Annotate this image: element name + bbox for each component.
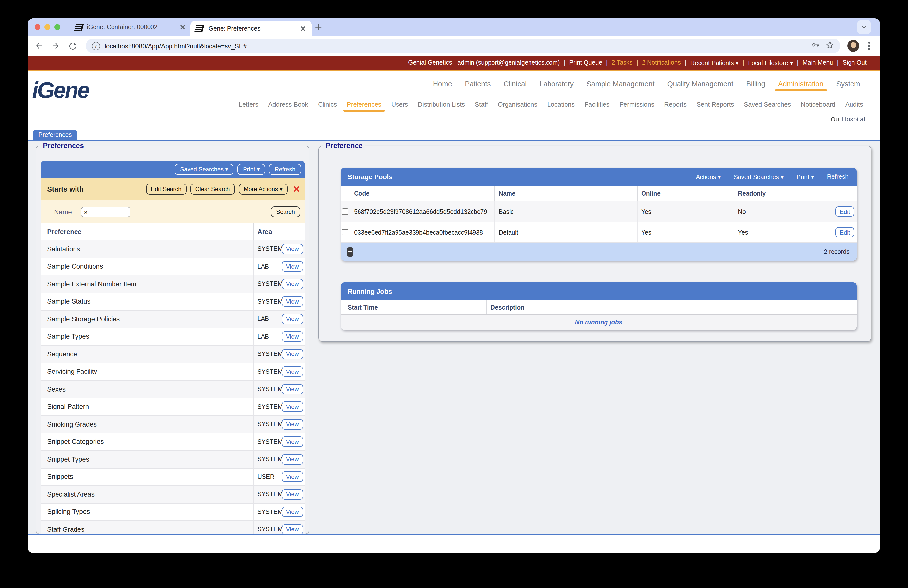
edit-search-button[interactable]: Edit Search — [146, 184, 186, 195]
reload-button[interactable] — [66, 40, 79, 52]
site-info-icon[interactable]: i — [92, 42, 100, 50]
tab-search-chevron-button[interactable] — [857, 20, 871, 34]
content-tab-preferences[interactable]: Preferences — [32, 130, 78, 140]
view-button[interactable]: View — [282, 349, 303, 359]
header-link-main-menu[interactable]: Main Menu — [803, 59, 833, 66]
nav-quality-management[interactable]: Quality Management — [667, 80, 734, 88]
view-button[interactable]: View — [282, 489, 303, 499]
nav-locations[interactable]: Locations — [547, 101, 575, 108]
close-tab-icon[interactable] — [179, 23, 187, 31]
profile-avatar[interactable] — [847, 40, 859, 52]
preference-name: Snippet Types — [41, 456, 253, 463]
nav-audits[interactable]: Audits — [845, 101, 863, 108]
nav-noticeboard[interactable]: Noticeboard — [801, 101, 836, 108]
refresh-button[interactable]: Refresh — [269, 164, 301, 175]
edit-button[interactable]: Edit — [835, 227, 854, 237]
header-link-2-tasks[interactable]: 2 Tasks — [612, 59, 633, 66]
nav-system[interactable]: System — [836, 80, 860, 88]
print-menu[interactable]: Print ▾ — [797, 173, 814, 180]
view-button[interactable]: View — [282, 419, 303, 430]
view-button[interactable]: View — [282, 507, 303, 517]
view-button[interactable]: View — [282, 437, 303, 447]
view-button[interactable]: View — [282, 261, 303, 272]
url-text[interactable]: localhost:8080/App/App.html?null&locale=… — [105, 42, 807, 50]
refresh-menu[interactable]: Refresh — [827, 173, 848, 180]
actions-menu[interactable]: Actions ▾ — [696, 173, 721, 180]
nav-laboratory[interactable]: Laboratory — [539, 80, 574, 88]
table-row: Splicing TypesSYSTEMView — [41, 503, 305, 521]
traffic-light-close[interactable] — [35, 24, 40, 30]
saved-searches-menu[interactable]: Saved Searches ▾ — [734, 173, 784, 180]
edit-button[interactable]: Edit — [835, 206, 854, 217]
header-link-recent-patients[interactable]: Recent Patients ▾ — [690, 59, 739, 66]
search-buttons: Edit SearchClear SearchMore Actions ▾ — [146, 184, 287, 195]
tab-container-000002[interactable]: iGene: Container: 000002 — [70, 18, 192, 36]
address-bar[interactable]: i localhost:8080/App/App.html?null&local… — [86, 39, 840, 53]
pool-online: Yes — [637, 222, 734, 242]
view-button[interactable]: View — [282, 367, 303, 377]
nav-patients[interactable]: Patients — [465, 80, 491, 88]
ou-hospital-link[interactable]: Hospital — [842, 116, 865, 123]
top-rule — [27, 140, 880, 141]
nav-facilities[interactable]: Facilities — [584, 101, 609, 108]
close-tab-icon[interactable] — [299, 24, 307, 32]
nav-reports[interactable]: Reports — [664, 101, 687, 108]
table-row: SalutationsSYSTEMView — [41, 240, 305, 258]
nav-saved-searches[interactable]: Saved Searches — [744, 101, 791, 108]
view-button[interactable]: View — [282, 524, 303, 535]
tab-title: iGene: Container: 000002 — [87, 24, 175, 31]
name-input[interactable] — [80, 206, 130, 217]
nav-billing[interactable]: Billing — [746, 80, 765, 88]
traffic-light-zoom[interactable] — [54, 24, 60, 30]
view-button[interactable]: View — [282, 472, 303, 482]
forward-button[interactable] — [49, 40, 62, 52]
view-button[interactable]: View — [282, 296, 303, 307]
password-key-icon[interactable] — [811, 40, 821, 52]
nav-sent-reports[interactable]: Sent Reports — [697, 101, 734, 108]
view-button[interactable]: View — [282, 314, 303, 324]
search-button[interactable]: Search — [271, 206, 300, 217]
browser-menu-icon[interactable] — [868, 45, 870, 47]
nav-clinics[interactable]: Clinics — [318, 101, 337, 108]
view-button[interactable]: View — [282, 332, 303, 342]
header-link-2-notifications[interactable]: 2 Notifications — [642, 59, 681, 66]
close-search-icon[interactable] — [292, 185, 299, 193]
view-button[interactable]: View — [282, 279, 303, 289]
nav-sample-management[interactable]: Sample Management — [586, 80, 655, 88]
row-checkbox[interactable] — [342, 229, 348, 235]
nav-letters[interactable]: Letters — [239, 101, 259, 108]
tab-preferences[interactable]: iGene: Preferences — [190, 21, 312, 36]
nav-organisations[interactable]: Organisations — [497, 101, 537, 108]
clear-search-button[interactable]: Clear Search — [190, 184, 235, 195]
view-button[interactable]: View — [282, 402, 303, 412]
nav-staff[interactable]: Staff — [475, 101, 488, 108]
preference-actions: View — [280, 398, 305, 415]
collapse-records-icon[interactable] — [347, 247, 353, 256]
nav-clinical[interactable]: Clinical — [504, 80, 527, 88]
left-panel-legend: Preferences — [40, 142, 86, 150]
header-link-print-queue[interactable]: Print Queue — [569, 59, 602, 66]
nav-preferences[interactable]: Preferences — [347, 101, 382, 108]
view-button[interactable]: View — [282, 454, 303, 465]
back-button[interactable] — [32, 40, 45, 52]
view-button[interactable]: View — [282, 244, 303, 254]
nav-administration[interactable]: Administration — [778, 80, 824, 88]
preference-name: Sample Status — [41, 298, 253, 305]
preference-area: LAB — [253, 258, 280, 275]
header-link-local-filestore[interactable]: Local Filestore ▾ — [748, 59, 793, 66]
view-button[interactable]: View — [282, 384, 303, 395]
bookmark-star-icon[interactable] — [825, 40, 834, 52]
more-actions-button[interactable]: More Actions ▾ — [239, 184, 287, 195]
traffic-light-minimize[interactable] — [44, 24, 50, 30]
new-tab-button[interactable] — [313, 22, 324, 32]
nav-distribution-lists[interactable]: Distribution Lists — [418, 101, 465, 108]
nav-home[interactable]: Home — [433, 80, 452, 88]
nav-permissions[interactable]: Permissions — [619, 101, 654, 108]
browser-toolbar: i localhost:8080/App/App.html?null&local… — [27, 36, 880, 56]
nav-users[interactable]: Users — [391, 101, 408, 108]
header-link-sign-out[interactable]: Sign Out — [843, 59, 866, 66]
row-checkbox[interactable] — [342, 208, 348, 215]
saved-searches-button[interactable]: Saved Searches ▾ — [175, 164, 233, 175]
print-button[interactable]: Print ▾ — [238, 164, 265, 175]
nav-address-book[interactable]: Address Book — [268, 101, 308, 108]
